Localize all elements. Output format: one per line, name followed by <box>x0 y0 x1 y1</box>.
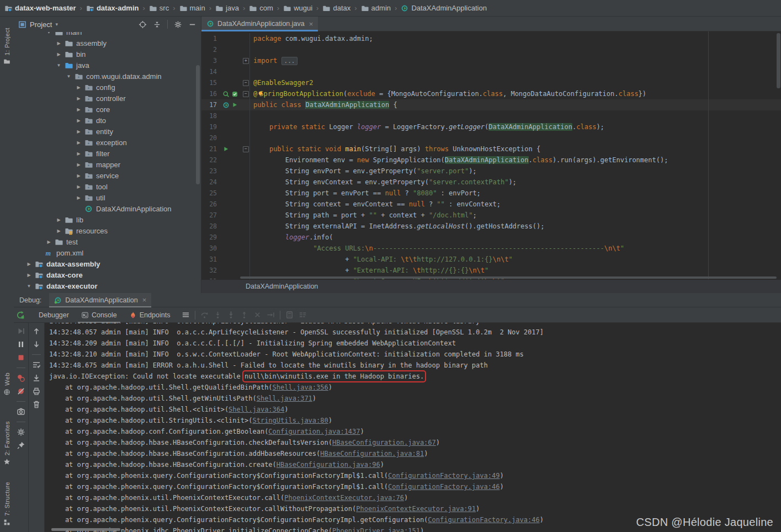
scroll-end-icon[interactable] <box>32 374 41 382</box>
code-line-23[interactable]: 23 String envPort = env.getProperty("ser… <box>201 166 781 177</box>
console-output[interactable]: 14:32:48.056 admin [main] INFO o.a.c.c.A… <box>45 323 781 532</box>
breadcrumb-item[interactable]: src <box>149 4 169 12</box>
breadcrumb-item[interactable]: com <box>249 4 273 12</box>
debug-tab-debugger[interactable]: Debugger <box>33 307 75 323</box>
editor-tab[interactable]: DataXAdminApplication.java × <box>201 17 318 31</box>
tree-item-datax-assembly[interactable]: ▶datax-assembly <box>14 258 201 269</box>
tree-item-service[interactable]: ▶service <box>14 170 201 181</box>
stack-trace-link[interactable]: Shell.java:364 <box>229 406 284 413</box>
tree-item-filter[interactable]: ▶filter <box>14 148 201 159</box>
chevron-collapsed-icon[interactable]: ▶ <box>54 52 63 57</box>
menu-icon[interactable] <box>182 311 190 319</box>
debug-tab-console[interactable]: Console <box>75 307 123 323</box>
chevron-collapsed-icon[interactable]: ▶ <box>74 118 83 123</box>
tree-item-com-wugui-datax-admin[interactable]: ▼com.wugui.datax.admin <box>14 71 201 82</box>
code-line-3[interactable]: 3+import ... <box>201 55 781 66</box>
tree-item-assembly[interactable]: ▶assembly <box>14 38 201 49</box>
code-line-28[interactable]: 28 String externalAPI = InetAddress.getL… <box>201 221 781 232</box>
console-horizontal-scrollbar[interactable] <box>51 528 120 531</box>
code-line-30[interactable]: 30 "Access URLs:\n----------------------… <box>201 243 781 254</box>
resume-icon[interactable] <box>17 327 25 336</box>
tree-item-resources[interactable]: ▶resources <box>14 225 201 236</box>
stack-trace-link[interactable]: HBaseConfiguration.java:67 <box>332 439 436 446</box>
chevron-collapsed-icon[interactable]: ▶ <box>74 96 83 101</box>
code-line-29[interactable]: 29 logger.info( <box>201 232 781 243</box>
tree-item-pom-xml[interactable]: mpom.xml <box>14 247 201 258</box>
code-line-31[interactable]: 31 + "Local-API: \t\thttp://127.0.0.1:{}… <box>201 254 781 265</box>
clear-icon[interactable] <box>32 400 41 409</box>
boot-icon[interactable] <box>222 102 230 109</box>
fold-collapse-icon[interactable]: − <box>243 146 249 152</box>
code-line-15[interactable]: 15−@EnableSwagger2 <box>201 77 781 88</box>
intention-bulb-icon[interactable] <box>257 89 264 97</box>
down-icon[interactable] <box>32 340 41 349</box>
screenshot-icon[interactable] <box>17 407 25 416</box>
chevron-collapsed-icon[interactable]: ▶ <box>24 273 34 278</box>
code-line-16[interactable]: 16−@SpringBootApplication(exclude = {Mon… <box>201 88 781 99</box>
debug-session-tab[interactable]: DataXAdminApplication × <box>49 293 151 307</box>
layout-icon[interactable] <box>299 311 307 319</box>
run-to-cursor-icon[interactable] <box>267 311 275 319</box>
stack-trace-link[interactable]: ConfigurationFactory.java:49 <box>388 472 500 480</box>
fold-collapse-icon[interactable]: − <box>243 80 249 86</box>
stack-trace-link[interactable]: ConfigurationFactory.java:46 <box>428 516 539 524</box>
chevron-expanded-icon[interactable]: ▼ <box>24 284 34 289</box>
up-icon[interactable] <box>32 327 41 336</box>
chevron-collapsed-icon[interactable]: ▶ <box>54 228 63 233</box>
stack-trace-link[interactable]: PhoenixContextExecutor.java:76 <box>284 494 404 502</box>
fold-collapse-icon[interactable]: − <box>243 91 249 97</box>
stack-trace-link[interactable]: PhoenixDriver.java:151 <box>332 527 420 532</box>
stack-trace-link[interactable]: PhoenixContextExecutor.java:91 <box>356 505 476 513</box>
project-tree[interactable]: ▼main▶assembly▶bin▼java▼com.wugui.datax.… <box>14 32 201 293</box>
tree-item-datax-executor[interactable]: ▼datax-executor <box>14 280 201 291</box>
chevron-collapsed-icon[interactable]: ▶ <box>74 151 83 156</box>
scan-icon[interactable] <box>222 91 230 98</box>
code-line-25[interactable]: 25 String port = envPort == null ? "8080… <box>201 188 781 199</box>
tree-item-entity[interactable]: ▶entity <box>14 126 201 137</box>
stack-trace-link[interactable]: HBaseConfiguration.java:81 <box>320 450 424 457</box>
stack-trace-link[interactable]: StringUtils.java:80 <box>252 417 328 424</box>
project-panel-title[interactable]: Project <box>30 20 52 29</box>
breadcrumb-item[interactable]: datax-web-master <box>4 4 76 12</box>
bean-icon[interactable] <box>231 91 238 98</box>
tool-window-button-project[interactable]: 1: Project <box>0 28 14 65</box>
print-icon[interactable] <box>32 387 41 396</box>
code-line-26[interactable]: 26 String context = envContext == null ?… <box>201 199 781 210</box>
code-line-24[interactable]: 24 String envContext = env.getProperty("… <box>201 177 781 188</box>
tree-item-dto[interactable]: ▶dto <box>14 115 201 126</box>
chevron-collapsed-icon[interactable]: ▶ <box>74 140 83 145</box>
code-line-21[interactable]: 21− public static void main(String[] arg… <box>201 143 781 155</box>
code-line-17[interactable]: 17public class DataXAdminApplication { <box>201 99 781 110</box>
breadcrumb-item[interactable]: datax-admin <box>86 4 139 12</box>
chevron-expanded-icon[interactable]: ▼ <box>44 32 54 35</box>
stack-trace-link[interactable]: Shell.java:371 <box>257 395 312 402</box>
breadcrumb-item[interactable]: admin <box>361 4 391 12</box>
chevron-collapsed-icon[interactable]: ▶ <box>74 85 83 90</box>
chevron-collapsed-icon[interactable]: ▶ <box>74 184 83 189</box>
settings-icon[interactable] <box>174 20 182 29</box>
drop-frame-icon[interactable] <box>253 311 262 319</box>
tree-item-test[interactable]: ▶test <box>14 236 201 247</box>
chevron-collapsed-icon[interactable]: ▶ <box>74 195 83 200</box>
tree-item-datax-core[interactable]: ▶datax-core <box>14 269 201 280</box>
soft-wrap-icon[interactable] <box>32 360 41 369</box>
run-icon[interactable] <box>222 146 229 152</box>
step-into-icon[interactable] <box>214 311 222 319</box>
tree-item-config[interactable]: ▶config <box>14 82 201 93</box>
hide-icon[interactable] <box>188 20 196 29</box>
code-line-20[interactable]: 20 <box>201 132 781 143</box>
tool-window-button-web[interactable]: Web <box>0 373 14 396</box>
code-line-32[interactable]: 32 + "External-API: \thttp://{}:{}\n\t" <box>201 265 781 276</box>
code-line-14[interactable]: 14 <box>201 66 781 77</box>
run-icon[interactable] <box>231 102 238 108</box>
collapse-icon[interactable] <box>153 20 161 29</box>
chevron-collapsed-icon[interactable]: ▶ <box>74 129 83 134</box>
tree-item-bin[interactable]: ▶bin <box>14 49 201 60</box>
view-breakpoints-icon[interactable] <box>17 374 25 382</box>
editor-breadcrumb-item[interactable]: DataXAdminApplication <box>246 283 318 290</box>
step-out-icon[interactable] <box>240 311 248 319</box>
stack-trace-link[interactable]: Configuration.java:1437 <box>268 428 360 435</box>
settings-icon[interactable] <box>17 428 25 437</box>
breadcrumb-item[interactable]: DataXAdminApplication <box>401 4 487 12</box>
tree-item-util[interactable]: ▶util <box>14 192 201 203</box>
